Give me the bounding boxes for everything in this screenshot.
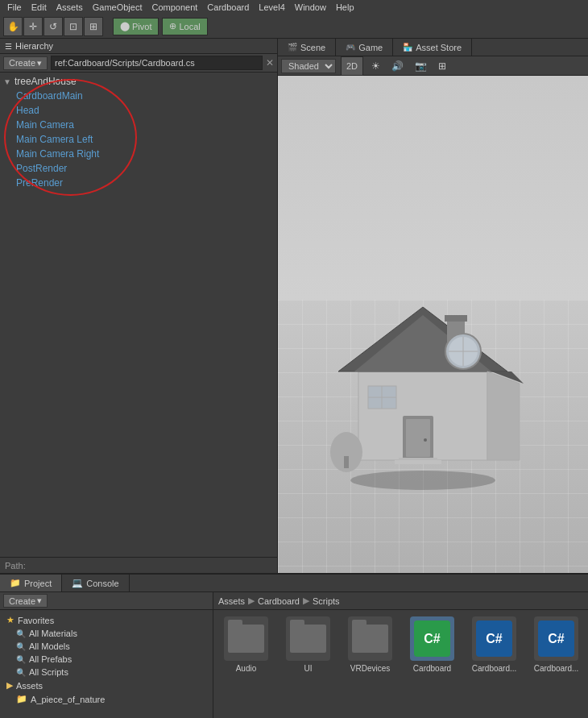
hierarchy-panel: ☰ Hierarchy Create ▾ ✕ ▼ treeAndHouse Ca…	[0, 39, 278, 573]
2d-mode-button[interactable]: 2D	[341, 56, 363, 76]
local-button[interactable]: ⊕ Local	[162, 18, 207, 35]
tab-scene[interactable]: 🎬 Scene	[278, 39, 336, 56]
effects-toggle[interactable]: 📷	[412, 59, 430, 73]
pivot-icon: ⬤	[120, 21, 130, 31]
svg-rect-21	[395, 460, 441, 464]
hierarchy-item-maincameraleft[interactable]: Main Camera Left	[0, 132, 277, 147]
shading-mode-select[interactable]: Shaded	[281, 59, 336, 73]
asset-item-ui[interactable]: UI	[282, 616, 334, 673]
project-item-all-prefabs[interactable]: 🔍 All Prefabs	[0, 653, 213, 666]
asset-item-cardboard[interactable]: C# Cardboard	[406, 616, 458, 673]
hierarchy-item-prerender[interactable]: PreRender	[0, 176, 277, 190]
project-item-a-piece-of-nature[interactable]: 📁 A_piece_of_nature	[0, 692, 213, 706]
project-item-label: Assets	[16, 681, 43, 691]
bottom-content: Create ▾ ★ Favorites 🔍 All Materials 🔍 A…	[0, 592, 588, 718]
tab-project[interactable]: 📁 Project	[0, 575, 62, 591]
hierarchy-item-label: Head	[16, 105, 39, 116]
hierarchy-search-input[interactable]	[51, 56, 263, 70]
hierarchy-item-treeandhouse[interactable]: ▼ treeAndHouse	[0, 74, 277, 89]
tab-asset-store[interactable]: 🏪 Asset Store	[393, 39, 472, 56]
hierarchy-icon: ☰	[5, 42, 12, 51]
breadcrumb-arrow-2: ▶	[303, 596, 309, 606]
asset-icon-ui	[286, 616, 330, 661]
rotate-tool[interactable]: ↺	[43, 17, 63, 36]
svg-point-8	[424, 438, 427, 442]
menu-edit[interactable]: Edit	[27, 2, 51, 12]
hierarchy-item-maincameraright[interactable]: Main Camera Right	[0, 147, 277, 161]
asset-item-cardboard2[interactable]: C# Cardboard...	[468, 616, 520, 673]
search-clear-icon[interactable]: ✕	[266, 57, 274, 68]
breadcrumb-arrow-1: ▶	[248, 596, 255, 606]
project-item-label: All Scripts	[29, 667, 68, 677]
asset-label-vrdevices: VRDevices	[350, 664, 390, 673]
scene-view[interactable]	[278, 76, 588, 573]
transform-tools: ✋ ✛ ↺ ⊡ ⊞	[3, 17, 103, 36]
asset-icon-cardboard3: C#	[534, 616, 578, 661]
tab-game[interactable]: 🎮 Game	[336, 39, 393, 56]
lighting-toggle[interactable]: ☀	[368, 59, 383, 73]
asset-item-cardboard3[interactable]: C# Cardboard...	[530, 616, 582, 673]
folder-icon: ▶	[6, 680, 13, 691]
cs-icon-cardboard3: C#	[538, 620, 574, 657]
project-item-label: Favorites	[18, 616, 54, 625]
cs-icon-cardboard2: C#	[476, 620, 512, 657]
hierarchy-item-maincamera[interactable]: Main Camera	[0, 118, 277, 132]
breadcrumb-scripts[interactable]: Scripts	[313, 596, 340, 606]
hierarchy-create-button[interactable]: Create ▾	[3, 56, 48, 70]
gizmos-toggle[interactable]: ⊞	[435, 59, 449, 73]
folder-shape-ui	[290, 625, 326, 653]
project-item-all-models[interactable]: 🔍 All Models	[0, 640, 213, 653]
scene-panel: 🎬 Scene 🎮 Game 🏪 Asset Store Shaded 2D ☀…	[278, 39, 588, 573]
folder-shape-audio	[228, 625, 264, 653]
menu-file[interactable]: File	[3, 2, 26, 12]
asset-label-cardboard2: Cardboard...	[472, 664, 517, 673]
menu-window[interactable]: Window	[291, 2, 330, 12]
menu-gameobject[interactable]: GameObject	[89, 2, 147, 12]
menu-component[interactable]: Component	[147, 2, 201, 12]
menu-assets[interactable]: Assets	[52, 2, 87, 12]
project-create-button[interactable]: Create ▾	[3, 594, 48, 608]
tab-console[interactable]: 💻 Console	[62, 575, 129, 591]
asset-grid: Audio UI VRDevices	[213, 610, 588, 718]
project-item-label: All Prefabs	[29, 654, 72, 664]
menu-help[interactable]: Help	[332, 2, 358, 12]
hierarchy-item-label: Main Camera	[16, 119, 74, 131]
asset-item-audio[interactable]: Audio	[220, 616, 272, 673]
asset-store-icon: 🏪	[403, 43, 412, 52]
asset-view: Assets ▶ Cardboard ▶ Scripts Audio	[213, 592, 588, 718]
scene-sky	[278, 76, 588, 300]
pivot-local-group: ⬤ Pivot ⊕ Local	[113, 18, 208, 35]
project-item-assets[interactable]: ▶ Assets	[0, 679, 213, 692]
menu-level4[interactable]: Level4	[255, 2, 288, 12]
svg-rect-5	[445, 315, 467, 322]
project-item-all-materials[interactable]: 🔍 All Materials	[0, 627, 213, 640]
menu-bar: File Edit Assets GameObject Component Ca…	[0, 0, 588, 15]
scene-tabs: 🎬 Scene 🎮 Game 🏪 Asset Store	[278, 39, 588, 56]
asset-icon-cardboard: C#	[410, 616, 454, 661]
hierarchy-header: ☰ Hierarchy	[0, 39, 277, 54]
rect-tool[interactable]: ⊞	[84, 17, 103, 36]
hierarchy-item-head[interactable]: Head	[0, 103, 277, 118]
local-icon: ⊕	[169, 21, 176, 31]
pivot-button[interactable]: ⬤ Pivot	[113, 18, 159, 35]
hand-tool[interactable]: ✋	[3, 17, 23, 36]
svg-marker-16	[487, 371, 520, 460]
project-item-label: All Materials	[29, 629, 77, 638]
breadcrumb-cardboard[interactable]: Cardboard	[258, 596, 300, 606]
move-tool[interactable]: ✛	[23, 17, 43, 36]
project-item-favorites[interactable]: ★ Favorites	[0, 613, 213, 627]
house-svg	[322, 267, 524, 492]
search-icon: 🔍	[16, 642, 26, 651]
scale-tool[interactable]: ⊡	[64, 17, 83, 36]
menu-cardboard[interactable]: Cardboard	[203, 2, 253, 12]
asset-item-vrdevices[interactable]: VRDevices	[344, 616, 396, 673]
hierarchy-item-cardboardmain[interactable]: CardboardMain	[0, 89, 277, 103]
hierarchy-item-postrender[interactable]: PostRender	[0, 161, 277, 176]
expand-arrow: ▼	[3, 77, 11, 86]
breadcrumb: Assets ▶ Cardboard ▶ Scripts	[213, 592, 588, 610]
project-item-all-scripts[interactable]: 🔍 All Scripts	[0, 666, 213, 679]
dropdown-icon: ▾	[37, 58, 42, 68]
svg-rect-19	[344, 456, 349, 468]
breadcrumb-assets[interactable]: Assets	[218, 596, 245, 606]
audio-toggle[interactable]: 🔊	[388, 59, 407, 73]
